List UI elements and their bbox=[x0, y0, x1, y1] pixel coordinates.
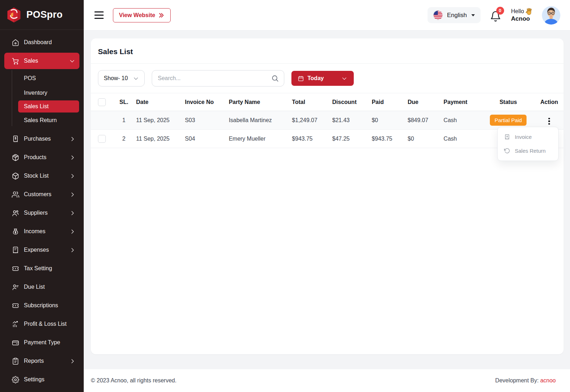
rotate-ccw-icon bbox=[504, 148, 510, 154]
chevron-down-icon bbox=[341, 75, 347, 82]
row-actions-kebab[interactable] bbox=[545, 116, 553, 126]
home-icon bbox=[12, 39, 19, 46]
sidebar-item-reports[interactable]: Reports bbox=[0, 352, 84, 370]
chevron-down-icon bbox=[69, 58, 75, 64]
row-checkbox[interactable] bbox=[98, 135, 106, 143]
sidebar-item-customers[interactable]: Customers bbox=[0, 185, 84, 204]
subscription-ticket-icon bbox=[12, 302, 19, 309]
table-row: 2 11 Sep, 2025 S04 Emery Mueller $943.75… bbox=[91, 130, 564, 148]
sales-list-card: Sales List Show- 10 Today SL. Date Invoi… bbox=[91, 38, 564, 354]
expense-receipt-icon bbox=[12, 246, 19, 254]
column-header-paid: Paid bbox=[369, 93, 405, 111]
chevron-right-icon bbox=[69, 210, 76, 216]
column-header-sl: SL. bbox=[114, 93, 134, 111]
waving-hand-icon bbox=[525, 8, 533, 15]
column-header-invoice: Invoice No bbox=[183, 93, 227, 111]
language-selector[interactable]: English bbox=[428, 7, 481, 23]
show-entries-select[interactable]: Show- 10 bbox=[98, 70, 145, 87]
username: Acnoo bbox=[511, 15, 533, 22]
action-menu-item-invoice[interactable]: Invoice bbox=[498, 130, 558, 144]
sidebar-item-dashboard[interactable]: Dashboard bbox=[0, 33, 84, 52]
copyright-text: © 2023 Acnoo, all rights reserved. bbox=[91, 377, 176, 384]
sidebar-subitem-sales-return[interactable]: Sales Return bbox=[0, 113, 84, 127]
sidebar-item-label: Dashboard bbox=[24, 39, 52, 46]
page-footer: © 2023 Acnoo, all rights reserved. Devel… bbox=[84, 369, 570, 392]
search-input[interactable] bbox=[158, 75, 271, 82]
brand-logo[interactable]: POSpro bbox=[0, 0, 84, 30]
sidebar-item-settings[interactable]: Settings bbox=[0, 370, 84, 389]
users-icon bbox=[12, 191, 19, 198]
money-bag-icon bbox=[12, 228, 19, 235]
sidebar-item-label: Sales bbox=[24, 58, 38, 64]
user-greeting: Hello Acnoo bbox=[511, 8, 533, 22]
invoice-icon bbox=[504, 134, 510, 140]
notification-count-badge: 0 bbox=[496, 7, 504, 15]
sidebar-subitem-pos[interactable]: POS bbox=[0, 71, 84, 85]
sidebar-subitem-inventory[interactable]: Inventory bbox=[0, 85, 84, 100]
sidebar-item-tax-setting[interactable]: Tax Setting bbox=[0, 259, 84, 278]
column-header-date: Date bbox=[134, 93, 183, 111]
sidebar-item-due-list[interactable]: Due List bbox=[0, 278, 84, 296]
sales-submenu: POS Inventory Sales List Sales Return bbox=[0, 70, 84, 130]
sales-table: SL. Date Invoice No Party Name Total Dis… bbox=[91, 93, 564, 148]
table-controls: Show- 10 Today bbox=[91, 64, 564, 93]
sidebar-item-profit-loss[interactable]: Profit & Loss List bbox=[0, 315, 84, 333]
search-box bbox=[152, 70, 284, 87]
brand-name: POSpro bbox=[26, 9, 63, 20]
column-header-party: Party Name bbox=[227, 93, 290, 111]
action-menu-item-sales-return[interactable]: Sales Return bbox=[498, 144, 558, 158]
column-header-total: Total bbox=[290, 93, 330, 111]
sidebar-item-stock-list[interactable]: Stock List bbox=[0, 167, 84, 185]
package-icon bbox=[12, 154, 19, 161]
us-flag-icon bbox=[433, 10, 443, 20]
sidebar-item-suppliers[interactable]: Suppliers bbox=[0, 204, 84, 222]
person-list-icon bbox=[12, 283, 19, 291]
column-header-status: Status bbox=[482, 93, 535, 111]
chevron-right-icon bbox=[69, 136, 76, 142]
chevron-right-icon bbox=[69, 173, 76, 179]
chevron-right-icon bbox=[69, 358, 76, 364]
acnoo-link[interactable]: acnoo bbox=[540, 377, 556, 383]
ticket-icon bbox=[12, 265, 19, 272]
sidebar-item-products[interactable]: Products bbox=[0, 148, 84, 167]
column-header-due: Due bbox=[405, 93, 441, 111]
sidebar-item-sales[interactable]: Sales bbox=[4, 53, 79, 69]
sidebar-nav: Dashboard Sales POS Inventory Sales List… bbox=[0, 30, 84, 389]
date-filter-button[interactable]: Today bbox=[291, 71, 354, 86]
sidebar-item-subscriptions[interactable]: Subscriptions bbox=[0, 296, 84, 315]
hamburger-menu-icon[interactable] bbox=[94, 11, 104, 19]
user-avatar[interactable] bbox=[542, 6, 560, 25]
caret-down-icon bbox=[471, 14, 475, 16]
chevron-right-icon bbox=[69, 247, 76, 253]
sidebar-subitem-sales-list[interactable]: Sales List bbox=[18, 100, 79, 113]
view-website-button[interactable]: View Website bbox=[113, 8, 171, 22]
clipboard-icon bbox=[12, 357, 19, 365]
sidebar-item-expenses[interactable]: Expenses bbox=[0, 241, 84, 259]
notification-bell[interactable]: 0 bbox=[490, 8, 502, 22]
chevron-right-icon bbox=[69, 192, 76, 198]
chevron-down-icon bbox=[133, 75, 139, 82]
language-label: English bbox=[447, 12, 467, 19]
sidebar-item-purchases[interactable]: Purchases bbox=[0, 130, 84, 148]
chevron-right-icon bbox=[69, 229, 76, 235]
column-header-action: Action bbox=[535, 93, 564, 111]
wallet-icon bbox=[12, 339, 19, 346]
page-title: Sales List bbox=[98, 47, 556, 56]
row-action-dropdown: Invoice Sales Return bbox=[497, 127, 559, 161]
sidebar: POSpro Dashboard Sales POS Inventory Sal… bbox=[0, 0, 84, 392]
select-all-checkbox[interactable] bbox=[98, 98, 106, 106]
receipt-icon bbox=[12, 135, 19, 143]
calendar-icon bbox=[298, 75, 304, 82]
chevron-right-icon bbox=[69, 155, 76, 161]
box-icon bbox=[12, 172, 19, 180]
gear-icon bbox=[12, 376, 19, 383]
people-icon bbox=[12, 209, 19, 217]
column-header-payment: Payment bbox=[441, 93, 482, 111]
bar-chart-icon bbox=[12, 320, 19, 328]
search-icon[interactable] bbox=[271, 74, 279, 82]
sidebar-item-incomes[interactable]: Incomes bbox=[0, 222, 84, 241]
table-header-row: SL. Date Invoice No Party Name Total Dis… bbox=[91, 93, 564, 111]
cart-icon bbox=[12, 57, 19, 65]
sidebar-item-payment-type[interactable]: Payment Type bbox=[0, 333, 84, 352]
development-credit: Development By: acnoo bbox=[495, 377, 556, 384]
